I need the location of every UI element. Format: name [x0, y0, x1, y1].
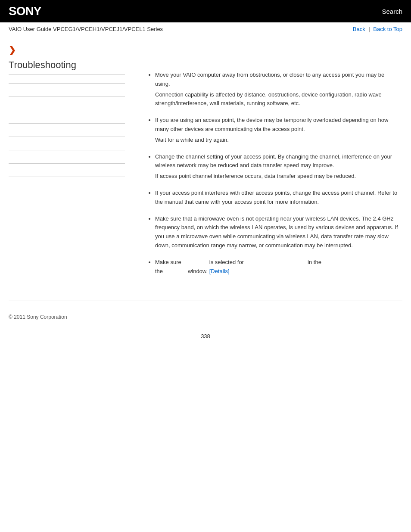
header: SONY Search [0, 0, 411, 22]
sidebar-link[interactable] [9, 127, 125, 133]
list-item [9, 137, 125, 150]
list-item: Make sure is selected for in the the win… [155, 258, 398, 276]
list-item [9, 124, 125, 137]
list-item [9, 150, 125, 164]
bullet5-text: Make sure that a microwave oven is not o… [155, 215, 398, 249]
main-container: ❯ Troubleshooting Move your VAIO compute… [0, 36, 411, 292]
sidebar-nav [9, 83, 125, 177]
copyright: © 2011 Sony Corporation [9, 314, 67, 320]
nav-links: Back | Back to Top [353, 26, 402, 32]
back-to-top-link[interactable]: Back to Top [373, 26, 402, 32]
bullet3-sub: If access point channel interference occ… [155, 172, 398, 181]
bullet3-text: Change the channel setting of your acces… [155, 153, 392, 169]
sidebar-link[interactable] [9, 167, 125, 173]
content-list: Move your VAIO computer away from obstru… [146, 71, 398, 276]
footer-divider [9, 301, 402, 301]
bullet1-text: Move your VAIO computer away from obstru… [155, 72, 384, 87]
list-item [9, 164, 125, 177]
list-item [9, 97, 125, 110]
sidebar-title: Troubleshooting [9, 59, 125, 75]
bullet6-pre: Make sure [155, 259, 181, 265]
page-number: 338 [0, 324, 411, 348]
bullet6-mid [183, 259, 208, 265]
bullet2-sub: Wait for a while and try again. [155, 136, 398, 145]
nav-separator: | [368, 26, 371, 32]
list-item: If your access point interferes with oth… [155, 189, 398, 207]
sidebar: ❯ Troubleshooting [0, 36, 134, 292]
list-item [9, 110, 125, 124]
sidebar-link[interactable] [9, 87, 125, 93]
footer: © 2011 Sony Corporation [0, 310, 411, 324]
breadcrumb-bar: VAIO User Guide VPCEG1/VPCEH1/VPCEJ1/VPC… [0, 22, 411, 36]
list-item [9, 83, 125, 97]
list-item: If you are using an access point, the de… [155, 116, 398, 144]
bullet6-is-selected: is selected for [209, 259, 244, 265]
sidebar-link[interactable] [9, 100, 125, 106]
sidebar-link[interactable] [9, 114, 125, 120]
sidebar-link[interactable] [9, 154, 125, 160]
bullet6-post [246, 259, 306, 265]
bullet6-the: the [155, 268, 186, 274]
guide-title: VAIO User Guide VPCEG1/VPCEH1/VPCEJ1/VPC… [9, 26, 163, 32]
bullet1-sub: Connection capability is affected by dis… [155, 90, 398, 109]
list-item: Make sure that a microwave oven is not o… [155, 215, 398, 250]
sidebar-link[interactable] [9, 140, 125, 146]
bullet2-text: If you are using an access point, the de… [155, 117, 388, 132]
bullet4-text: If your access point interferes with oth… [155, 190, 397, 205]
list-item: Move your VAIO computer away from obstru… [155, 71, 398, 108]
bullet6-window: window. [188, 268, 208, 274]
sony-logo: SONY [9, 4, 41, 18]
chevron-icon: ❯ [9, 45, 125, 55]
search-label[interactable]: Search [382, 8, 402, 15]
back-link[interactable]: Back [353, 26, 365, 32]
list-item: Change the channel setting of your acces… [155, 152, 398, 181]
bullet6-in: in the [308, 259, 321, 265]
details-link[interactable]: [Details] [209, 268, 230, 274]
content-area: Move your VAIO computer away from obstru… [134, 36, 411, 292]
